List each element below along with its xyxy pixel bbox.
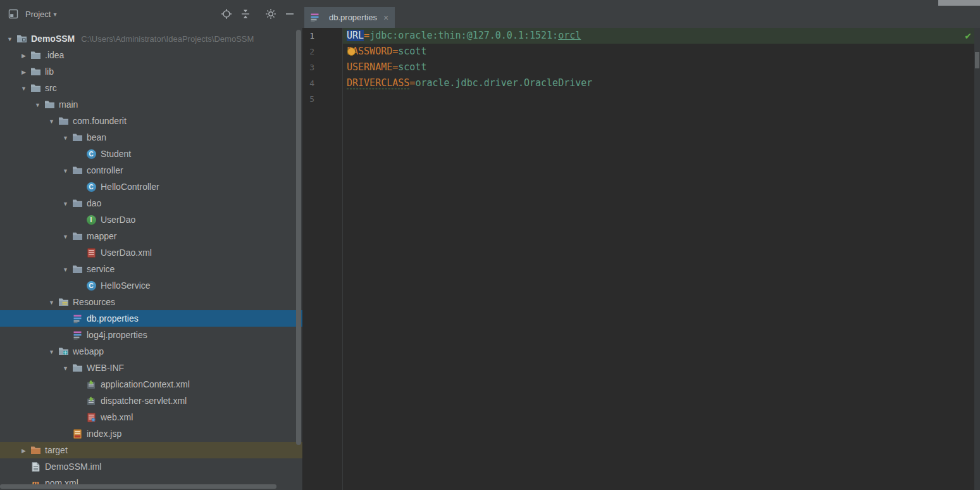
chevron-expanded-icon[interactable]: ▼ (59, 233, 71, 240)
properties-file-icon (71, 314, 83, 324)
editor-scrollbar[interactable] (974, 28, 980, 490)
tree-item-helloservice[interactable]: CHelloService (0, 277, 302, 294)
package-icon (71, 166, 83, 175)
chevron-expanded-icon[interactable]: ▼ (32, 101, 44, 108)
code-token: = (392, 46, 398, 57)
tree-item-main[interactable]: ▼ main (0, 96, 302, 113)
line-number: 1 (303, 28, 342, 44)
collapse-all-icon[interactable] (239, 7, 252, 21)
iml-file-icon (30, 462, 41, 472)
chevron-expanded-icon[interactable]: ▼ (46, 118, 58, 125)
editor-scrollbar-thumb[interactable] (975, 52, 979, 68)
chevron-expanded-icon[interactable]: ▼ (59, 365, 71, 372)
tree-item-applicationcontext-xml[interactable]: applicationContext.xml (0, 376, 302, 393)
editor-tab-bar: db.properties × (303, 0, 980, 28)
tree-item-student[interactable]: CStudent (0, 146, 302, 162)
folder-icon (44, 100, 55, 109)
package-icon (71, 265, 83, 273)
editor-gutter: 12345 (303, 28, 343, 490)
code-token: DRIVERCLASS (347, 77, 409, 89)
tree-vertical-scrollbar[interactable] (296, 30, 301, 445)
chevron-collapsed-icon[interactable]: ▶ (18, 447, 30, 454)
tree-item-userdao[interactable]: IUserDao (0, 211, 302, 228)
tree-item-label: HelloController (101, 182, 159, 192)
tree-horizontal-scrollbar[interactable] (0, 484, 276, 489)
code-token: scott (398, 46, 426, 57)
tree-item-demossm-iml[interactable]: DemoSSM.iml (0, 458, 302, 475)
package-icon (71, 199, 83, 208)
code-line-4[interactable]: DRIVERCLASS=oracle.jdbc.driver.OracleDri… (343, 75, 974, 91)
code-token: scott (398, 61, 426, 73)
code-line-1[interactable]: URL=jdbc:oracle:thin:@127.0.0.1:1521:orc… (343, 28, 974, 44)
tree-item-label: log4j.properties (87, 330, 147, 340)
tree-item-hellocontroller[interactable]: CHelloController (0, 179, 302, 195)
tree-item-userdao-xml[interactable]: UserDao.xml (0, 244, 302, 261)
chevron-expanded-icon[interactable]: ▼ (46, 348, 58, 355)
web-xml-icon (85, 413, 97, 422)
tree-item-resources[interactable]: ▼ Resources (0, 294, 302, 310)
locate-icon[interactable] (220, 7, 233, 21)
tree-item-mapper[interactable]: ▼ mapper (0, 228, 302, 244)
chevron-expanded-icon[interactable]: ▼ (59, 200, 71, 207)
tree-item-dao[interactable]: ▼ dao (0, 195, 302, 211)
chevron-down-icon[interactable]: ▾ (53, 11, 56, 18)
editor-panel: 12345 URL=jdbc:oracle:thin:@127.0.0.1:15… (303, 28, 980, 490)
code-token: USERNAME (347, 61, 392, 73)
tree-item-service[interactable]: ▼ service (0, 261, 302, 277)
tree-item-index-jsp[interactable]: index.jsp (0, 425, 302, 442)
close-tab-icon[interactable]: × (383, 13, 388, 23)
tree-item-label: applicationContext.xml (101, 379, 190, 389)
chevron-spacer (73, 286, 85, 286)
tool-window-icon[interactable] (6, 7, 20, 21)
hide-tool-window-icon[interactable] (283, 7, 297, 21)
tree-item-dispatcher-servlet-xml[interactable]: dispatcher-servlet.xml (0, 393, 302, 409)
spring-config-icon (85, 396, 97, 406)
chevron-collapsed-icon[interactable]: ▶ (18, 68, 30, 75)
tree-item-lib[interactable]: ▶ lib (0, 63, 302, 80)
inspections-ok-icon[interactable]: ✔ (964, 31, 972, 41)
tree-item-idea-folder[interactable]: ▶ .idea (0, 47, 302, 63)
tree-item-log4j-properties[interactable]: log4j.properties (0, 327, 302, 343)
tree-item-web-xml[interactable]: web.xml (0, 409, 302, 425)
folder-icon (71, 363, 83, 372)
chevron-spacer (73, 187, 85, 187)
chevron-expanded-icon[interactable]: ▼ (59, 134, 71, 141)
chevron-expanded-icon[interactable]: ▼ (59, 266, 71, 273)
chevron-spacer (73, 154, 85, 154)
tree-item-label: WEB-INF (87, 363, 124, 373)
webapp-folder-icon (58, 347, 69, 356)
tree-item-target[interactable]: ▶ target (0, 442, 302, 458)
tree-item-label: DemoSSM (31, 34, 75, 44)
code-token: jdbc:oracle:thin:@127.0.0.1:1521: (369, 30, 558, 41)
tree-item-label: target (45, 445, 68, 455)
tree-item-web-inf[interactable]: ▼ WEB-INF (0, 360, 302, 376)
chevron-spacer (59, 434, 71, 434)
package-icon (71, 232, 83, 241)
xml-file-icon (85, 248, 97, 258)
chevron-expanded-icon[interactable]: ▼ (4, 35, 16, 42)
chevron-spacer (59, 335, 71, 336)
tree-item-bean[interactable]: ▼ bean (0, 129, 302, 146)
line-number: 3 (303, 60, 342, 75)
code-line-3[interactable]: USERNAME=scott (343, 60, 974, 75)
code-area[interactable]: URL=jdbc:oracle:thin:@127.0.0.1:1521:orc… (343, 28, 974, 490)
tree-item-controller[interactable]: ▼ controller (0, 162, 302, 179)
tree-item-label: web.xml (101, 412, 133, 422)
code-line-2[interactable]: PASSWORD=scott (343, 44, 974, 60)
tree-item-src[interactable]: ▼ src (0, 80, 302, 96)
intention-bulb-icon[interactable] (347, 47, 356, 56)
chevron-collapsed-icon[interactable]: ▶ (18, 52, 30, 59)
tree-item-webapp[interactable]: ▼ webapp (0, 343, 302, 360)
tree-item-db-properties[interactable]: db.properties (0, 310, 302, 327)
chevron-expanded-icon[interactable]: ▼ (59, 167, 71, 174)
chevron-expanded-icon[interactable]: ▼ (18, 85, 30, 92)
chevron-expanded-icon[interactable]: ▼ (46, 299, 58, 306)
project-selector-label[interactable]: Project (25, 9, 51, 19)
folder-icon (30, 84, 41, 92)
tree-item-com-founderit[interactable]: ▼ com.founderit (0, 113, 302, 129)
code-line-5[interactable] (343, 91, 974, 107)
tree-item-demossm[interactable]: ▼ DemoSSMC:\Users\Administrator\IdeaProj… (0, 30, 302, 47)
tab-db-properties[interactable]: db.properties × (304, 7, 395, 28)
settings-gear-icon[interactable] (264, 7, 278, 21)
tree-item-label: controller (87, 165, 123, 175)
